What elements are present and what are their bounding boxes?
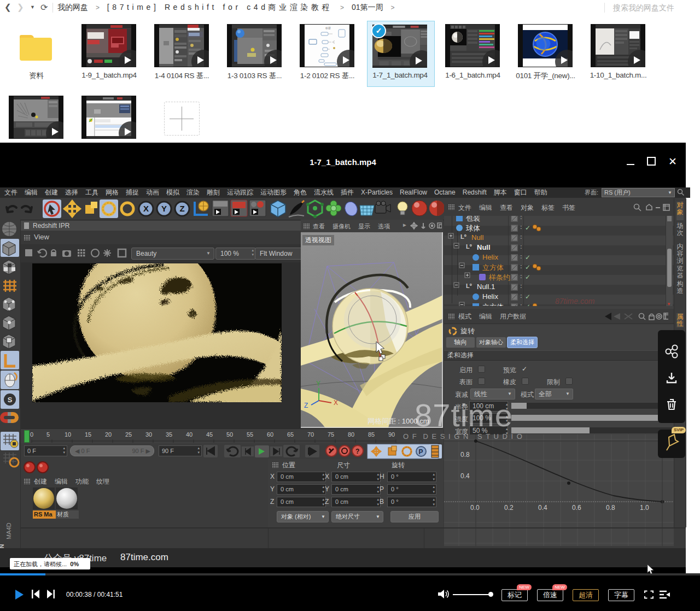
svg-text:65: 65 [287,431,294,438]
svg-text:55: 55 [247,431,253,438]
svg-text:1.0: 1.0 [640,504,649,512]
svg-text:0.0: 0.0 [470,504,480,512]
svg-text:40: 40 [186,431,192,438]
svg-text:X: X [143,204,149,213]
svg-text:30: 30 [145,431,152,438]
svg-text:85: 85 [368,431,375,438]
svg-text:35: 35 [166,431,172,438]
svg-text:25: 25 [125,431,132,438]
svg-text:S: S [8,396,13,404]
svg-text:50: 50 [226,431,233,438]
svg-text:Y: Y [161,204,167,213]
svg-text:60: 60 [267,431,273,438]
svg-text:70: 70 [307,431,314,438]
svg-text:10: 10 [65,431,71,438]
svg-text:45: 45 [206,431,213,438]
svg-text:ON: ON [0,544,5,548]
svg-text:0: 0 [30,431,33,438]
svg-text:90: 90 [388,431,395,438]
svg-text:Z: Z [304,402,308,409]
svg-text:0.4: 0.4 [460,472,470,480]
svg-text:0.8: 0.8 [606,504,615,512]
svg-text:网格间距 : 1000 cm: 网格间距 : 1000 cm [368,417,429,425]
svg-text:Z: Z [179,204,184,213]
svg-text:0.4: 0.4 [538,504,547,512]
svg-text:?: ? [355,448,359,455]
svg-text:X: X [334,399,338,407]
svg-text:标题: 标题 [325,26,331,30]
svg-text:15: 15 [85,431,91,438]
svg-text:Y: Y [316,380,320,387]
svg-text:80: 80 [348,431,354,438]
svg-text:75: 75 [328,431,334,438]
svg-text:20: 20 [105,431,112,438]
svg-text:MA4D: MA4D [5,522,12,539]
svg-text:P: P [419,448,423,456]
svg-text:0.6: 0.6 [572,504,581,512]
svg-text:0.2: 0.2 [504,504,514,512]
svg-text:5: 5 [46,431,50,438]
